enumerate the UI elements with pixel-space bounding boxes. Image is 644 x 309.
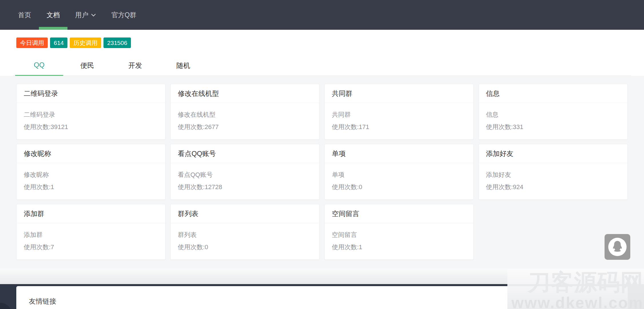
api-card-usage: 使用次数:171 xyxy=(332,121,466,133)
footer-band: 友情链接 xyxy=(0,284,644,309)
api-card-title: 修改在线机型 xyxy=(171,84,319,103)
api-card-body: 群列表 使用次数:0 xyxy=(171,223,319,253)
api-card-usage: 使用次数:0 xyxy=(178,241,312,253)
api-card-usage: 使用次数:331 xyxy=(486,121,620,133)
api-card[interactable]: 看点QQ账号 看点QQ账号 使用次数:12728 xyxy=(170,144,320,200)
api-card-body: 看点QQ账号 使用次数:12728 xyxy=(171,163,319,193)
api-card[interactable]: 空间留言 空间留言 使用次数:1 xyxy=(324,204,474,260)
api-card-usage: 使用次数:2677 xyxy=(178,121,312,133)
api-card-description: 空间留言 xyxy=(332,229,466,241)
nav-item-label: 文档 xyxy=(47,11,60,19)
api-card-usage: 使用次数:12728 xyxy=(178,181,312,193)
api-card[interactable]: 二维码登录 二维码登录 使用次数:39121 xyxy=(16,84,166,140)
tab-3[interactable]: 随机 xyxy=(159,57,207,76)
api-card-usage: 使用次数:1 xyxy=(24,181,158,193)
stat-badge-1: 614 xyxy=(50,37,67,48)
category-tabs: QQ便民开发随机 xyxy=(13,57,631,76)
api-card-usage: 使用次数:1 xyxy=(332,241,466,253)
call-stats-row: 今日调用614历史调用231506 xyxy=(0,30,644,48)
api-card-description: 二维码登录 xyxy=(24,108,158,121)
api-card-body: 修改在线机型 使用次数:2677 xyxy=(171,103,319,133)
api-card-description: 修改昵称 xyxy=(24,169,158,181)
tab-0[interactable]: QQ xyxy=(15,57,63,76)
tab-2[interactable]: 开发 xyxy=(111,57,159,76)
api-card[interactable]: 修改昵称 修改昵称 使用次数:1 xyxy=(16,144,166,200)
api-card-description: 添加好友 xyxy=(486,169,620,181)
api-card-grid: 二维码登录 二维码登录 使用次数:39121 修改在线机型 修改在线机型 使用次… xyxy=(16,84,628,260)
stat-badge-3: 231506 xyxy=(103,37,131,48)
api-card-body: 空间留言 使用次数:1 xyxy=(325,223,473,253)
api-card-title: 添加群 xyxy=(17,204,165,223)
api-card-title: 空间留言 xyxy=(325,204,473,223)
nav-item-2[interactable]: 用户 xyxy=(67,0,104,30)
api-card[interactable]: 共同群 共同群 使用次数:171 xyxy=(324,84,474,140)
friend-links-title: 友情链接 xyxy=(16,286,628,306)
api-card[interactable]: 添加群 添加群 使用次数:7 xyxy=(16,204,166,260)
api-card-title: 二维码登录 xyxy=(17,84,165,103)
api-card-description: 添加群 xyxy=(24,229,158,241)
api-card-title: 群列表 xyxy=(171,204,319,223)
api-card-title: 修改昵称 xyxy=(17,144,165,163)
api-card-title: 单项 xyxy=(325,144,473,163)
chevron-down-icon xyxy=(91,13,96,17)
api-card-body: 二维码登录 使用次数:39121 xyxy=(17,103,165,133)
api-card-description: 信息 xyxy=(486,108,620,121)
tab-1[interactable]: 便民 xyxy=(63,57,111,76)
api-card-title: 看点QQ账号 xyxy=(171,144,319,163)
nav-item-1[interactable]: 文档 xyxy=(39,0,67,30)
api-card-description: 单项 xyxy=(332,169,466,181)
api-card-usage: 使用次数:39121 xyxy=(24,121,158,133)
api-card-body: 信息 使用次数:331 xyxy=(479,103,627,133)
api-card-body: 添加好友 使用次数:924 xyxy=(479,163,627,193)
nav-item-label: 首页 xyxy=(18,11,31,19)
api-card[interactable]: 群列表 群列表 使用次数:0 xyxy=(170,204,320,260)
api-card-body: 单项 使用次数:0 xyxy=(325,163,473,193)
api-card-usage: 使用次数:0 xyxy=(332,181,466,193)
api-card-usage: 使用次数:924 xyxy=(486,181,620,193)
api-card-title: 信息 xyxy=(479,84,627,103)
api-card-description: 修改在线机型 xyxy=(178,108,312,121)
api-card-body: 修改昵称 使用次数:1 xyxy=(17,163,165,193)
top-navbar: 首页文档用户官方Q群 xyxy=(0,0,644,30)
nav-item-3[interactable]: 官方Q群 xyxy=(104,0,144,30)
api-card-usage: 使用次数:7 xyxy=(24,241,158,253)
api-card[interactable]: 修改在线机型 修改在线机型 使用次数:2677 xyxy=(170,84,320,140)
nav-item-label: 用户 xyxy=(75,11,88,19)
stat-badge-0: 今日调用 xyxy=(16,37,48,48)
api-card-description: 看点QQ账号 xyxy=(178,169,312,181)
api-card[interactable]: 信息 信息 使用次数:331 xyxy=(478,84,628,140)
api-card-title: 添加好友 xyxy=(479,144,627,163)
stat-badge-2: 历史调用 xyxy=(70,37,101,48)
nav-item-label: 官方Q群 xyxy=(111,11,136,19)
friend-links-panel: 友情链接 xyxy=(16,286,628,309)
api-card-description: 群列表 xyxy=(178,229,312,241)
api-card[interactable]: 添加好友 添加好友 使用次数:924 xyxy=(478,144,628,200)
qq-penguin-icon xyxy=(611,240,623,253)
api-card[interactable]: 单项 单项 使用次数:0 xyxy=(324,144,474,200)
api-card-body: 共同群 使用次数:171 xyxy=(325,103,473,133)
api-card-section: 二维码登录 二维码登录 使用次数:39121 修改在线机型 修改在线机型 使用次… xyxy=(0,76,644,268)
qq-contact-button[interactable] xyxy=(605,234,630,260)
api-card-title: 共同群 xyxy=(325,84,473,103)
qq-icon-circle xyxy=(608,238,627,256)
api-card-body: 添加群 使用次数:7 xyxy=(17,223,165,253)
api-card-description: 共同群 xyxy=(332,108,466,121)
bottom-fade xyxy=(0,268,644,284)
nav-item-0[interactable]: 首页 xyxy=(10,0,39,30)
